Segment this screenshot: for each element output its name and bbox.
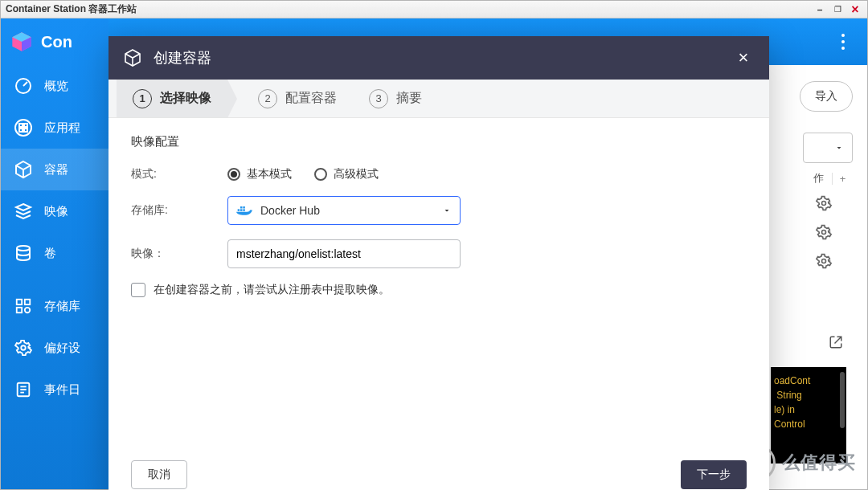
more-menu-button[interactable] <box>832 31 854 53</box>
svg-point-9 <box>17 246 30 251</box>
create-container-modal: 创建容器 × 1 选择映像 2 配置容器 3 摘要 映像配置 <box>108 36 769 490</box>
step-summary[interactable]: 3 摘要 <box>353 89 438 108</box>
log-icon <box>14 380 33 399</box>
docker-icon <box>236 205 252 216</box>
sidebar-item-label: 应用程 <box>44 120 80 136</box>
radio-dot-icon <box>227 168 240 181</box>
sidebar-item-images[interactable]: 映像 <box>1 190 108 232</box>
registry-icon <box>14 296 33 316</box>
svg-rect-6 <box>24 124 27 127</box>
sidebar-item-overview[interactable]: 概览 <box>1 65 108 107</box>
sidebar-item-registry[interactable]: 存储库 <box>1 285 108 327</box>
window-close-button[interactable] <box>846 2 864 17</box>
mode-label: 模式: <box>131 167 227 182</box>
image-label: 映像： <box>131 247 227 261</box>
modal-header: 创建容器 × <box>108 36 769 80</box>
sidebar-item-label: 偏好设 <box>44 341 80 356</box>
svg-point-20 <box>822 231 826 235</box>
row-image: 映像： <box>131 239 747 268</box>
chevron-down-icon <box>442 206 452 215</box>
modal-body: 映像配置 模式: 基本模式 高级模式 <box>108 118 769 449</box>
cube-icon <box>123 48 142 67</box>
titlebar: Container Station 容器工作站 <box>1 1 867 18</box>
svg-rect-5 <box>19 124 23 127</box>
wizard-steps: 1 选择映像 2 配置容器 3 摘要 <box>108 80 769 118</box>
radio-label: 高级模式 <box>334 167 379 182</box>
window-minimize-button[interactable] <box>811 2 829 17</box>
radio-advanced-mode[interactable]: 高级模式 <box>314 167 379 182</box>
svg-point-14 <box>21 345 26 350</box>
svg-point-19 <box>822 202 826 206</box>
svg-rect-11 <box>25 300 30 304</box>
gear-icon <box>14 338 33 357</box>
external-link-icon[interactable] <box>829 335 843 353</box>
window-title: Container Station 容器工作站 <box>4 2 811 16</box>
svg-point-18 <box>841 47 845 50</box>
bg-filter-dropdown[interactable] <box>803 133 853 163</box>
app-window: Container Station 容器工作站 Con 概览 应用程 容器 <box>0 0 868 490</box>
pull-checkbox[interactable] <box>131 283 145 297</box>
svg-rect-22 <box>238 209 240 211</box>
radio-dot-icon <box>314 168 327 181</box>
sidebar-item-label: 映像 <box>44 204 68 219</box>
image-input[interactable] <box>227 239 461 268</box>
layers-icon <box>14 202 33 221</box>
import-button[interactable]: 导入 <box>800 81 853 112</box>
sidebar-item-events[interactable]: 事件日 <box>1 369 108 410</box>
pull-note: 在创建容器之前，请尝试从注册表中提取映像。 <box>154 283 390 297</box>
modal-close-button[interactable]: × <box>732 47 755 69</box>
next-button[interactable]: 下一步 <box>681 460 747 489</box>
step-number: 3 <box>369 89 388 108</box>
cube-icon <box>14 160 33 179</box>
sidebar: Con 概览 应用程 容器 映像 卷 <box>1 18 108 489</box>
brand-logo-icon <box>10 31 33 53</box>
svg-point-16 <box>841 34 845 37</box>
window-maximize-button[interactable] <box>829 2 846 17</box>
brand-label: Con <box>41 33 72 51</box>
svg-rect-8 <box>24 129 27 132</box>
database-icon <box>14 243 33 263</box>
sidebar-item-volumes[interactable]: 卷 <box>1 232 108 274</box>
repository-select[interactable]: Docker Hub <box>227 196 461 225</box>
bg-ops-header: 作 + <box>780 171 853 186</box>
grid-icon <box>14 118 33 137</box>
next-label: 下一步 <box>697 468 731 482</box>
gauge-icon <box>14 76 33 96</box>
add-column-button[interactable]: + <box>832 173 853 185</box>
step-number: 2 <box>258 89 277 108</box>
sidebar-item-apps[interactable]: 应用程 <box>1 107 108 149</box>
chevron-down-icon <box>834 143 844 153</box>
svg-rect-12 <box>17 308 22 312</box>
radio-basic-mode[interactable]: 基本模式 <box>227 167 292 182</box>
row-actions-column <box>816 195 832 269</box>
sidebar-item-preferences[interactable]: 偏好设 <box>1 327 108 369</box>
row-repository: 存储库: Docker Hub <box>131 196 747 225</box>
console-scrollbar[interactable] <box>840 372 845 428</box>
watermark-text: 么值得买 <box>782 451 856 475</box>
svg-rect-24 <box>243 209 245 211</box>
gear-icon[interactable] <box>816 253 832 269</box>
modal-footer: 取消 下一步 <box>108 449 769 490</box>
svg-point-21 <box>822 259 826 263</box>
import-button-label: 导入 <box>815 89 837 104</box>
svg-rect-7 <box>19 129 23 132</box>
ops-label: 作 <box>813 171 824 186</box>
row-mode: 模式: 基本模式 高级模式 <box>131 167 747 182</box>
cancel-button[interactable]: 取消 <box>131 460 187 489</box>
sidebar-item-label: 存储库 <box>44 299 80 314</box>
radio-label: 基本模式 <box>247 167 292 182</box>
svg-rect-23 <box>240 209 243 211</box>
modal-title: 创建容器 <box>154 48 721 67</box>
sidebar-item-label: 卷 <box>44 246 56 261</box>
step-configure[interactable]: 2 配置容器 <box>242 89 353 108</box>
sidebar-item-containers[interactable]: 容器 <box>1 149 108 190</box>
gear-icon[interactable] <box>816 195 832 211</box>
brand: Con <box>1 18 108 65</box>
step-select-image[interactable]: 1 选择映像 <box>117 80 227 117</box>
repo-label: 存储库: <box>131 203 227 218</box>
sidebar-item-label: 事件日 <box>44 382 80 398</box>
gear-icon[interactable] <box>816 224 832 240</box>
repo-value: Docker Hub <box>260 204 320 217</box>
row-pull-check: 在创建容器之前，请尝试从注册表中提取映像。 <box>131 283 747 297</box>
step-number: 1 <box>133 89 152 108</box>
